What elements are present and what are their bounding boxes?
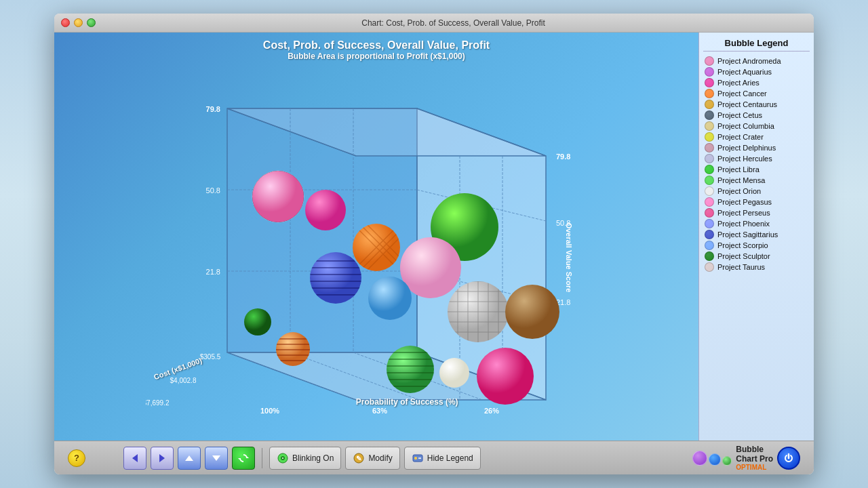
legend-panel: Bubble Legend Project AndromedaProject A… bbox=[698, 33, 814, 441]
svg-point-81 bbox=[477, 348, 534, 405]
svg-text:63%: 63% bbox=[372, 407, 387, 415]
legend-item[interactable]: Project Mensa bbox=[703, 175, 810, 186]
legend-item[interactable]: Project Orion bbox=[703, 186, 810, 197]
svg-point-65 bbox=[244, 308, 271, 336]
legend-bubble bbox=[705, 262, 714, 272]
svg-point-64 bbox=[505, 285, 559, 339]
legend-item[interactable]: Project Centaurus bbox=[703, 99, 810, 110]
svg-text:$7,699.2: $7,699.2 bbox=[146, 399, 170, 407]
svg-point-41 bbox=[310, 252, 361, 304]
svg-point-96 bbox=[414, 457, 417, 460]
back-button[interactable] bbox=[123, 447, 146, 470]
svg-point-30 bbox=[252, 171, 304, 222]
hide-legend-label: Hide Legend bbox=[427, 453, 473, 463]
modify-icon: ✎ bbox=[353, 452, 365, 464]
modify-button[interactable]: ✎ Modify bbox=[345, 447, 399, 470]
hide-legend-button[interactable]: Hide Legend bbox=[404, 447, 481, 470]
legend-bubble bbox=[705, 197, 714, 207]
blinking-label: Blinking On bbox=[292, 453, 334, 463]
legend-item[interactable]: Project Libra bbox=[703, 164, 810, 175]
legend-bubble bbox=[705, 78, 714, 87]
legend-item-label: Project Libra bbox=[717, 165, 760, 174]
brand-bubble-1 bbox=[692, 451, 707, 466]
svg-text:79.8: 79.8 bbox=[206, 105, 220, 113]
up-button[interactable] bbox=[178, 447, 201, 470]
svg-text:Overall Value Score: Overall Value Score bbox=[565, 223, 573, 293]
legend-bubble bbox=[705, 56, 714, 66]
brand-text-group: Bubble Chart Pro OPTIMAL bbox=[736, 445, 773, 471]
legend-item[interactable]: Project Andromeda bbox=[703, 56, 810, 66]
brand-name-3: OPTIMAL bbox=[736, 464, 766, 471]
legend-item[interactable]: Project Aquarius bbox=[703, 66, 810, 77]
hide-legend-icon bbox=[412, 452, 424, 464]
legend-bubble bbox=[705, 208, 714, 218]
main-window: Chart: Cost, Prob. of Success, Overall V… bbox=[54, 14, 814, 474]
legend-item-label: Project Sagittarius bbox=[717, 230, 778, 239]
svg-text:$305.5: $305.5 bbox=[200, 353, 221, 361]
legend-item[interactable]: Project Cancer bbox=[703, 88, 810, 99]
legend-item-label: Project Cetus bbox=[717, 111, 762, 119]
chart-container: 79.8 50.8 21.8 100% 63% 26% $305.5 $4,00… bbox=[146, 64, 607, 417]
legend-item-label: Project Sculptor bbox=[717, 252, 770, 260]
legend-item[interactable]: Project Aries bbox=[703, 77, 810, 88]
legend-bubble bbox=[705, 154, 714, 163]
legend-item[interactable]: Project Scorpio bbox=[703, 240, 810, 251]
legend-item-label: Project Orion bbox=[717, 187, 761, 195]
legend-bubble bbox=[705, 230, 714, 239]
legend-item[interactable]: Project Crater bbox=[703, 131, 810, 142]
legend-title: Bubble Legend bbox=[703, 38, 810, 52]
close-button[interactable] bbox=[61, 18, 70, 27]
brand-bubbles bbox=[692, 451, 732, 466]
power-icon bbox=[783, 453, 794, 464]
separator-1 bbox=[262, 448, 262, 468]
forward-button[interactable] bbox=[151, 447, 174, 470]
legend-bubble bbox=[705, 176, 714, 185]
legend-item[interactable]: Project Hercules bbox=[703, 153, 810, 164]
legend-item[interactable]: Project Taurus bbox=[703, 262, 810, 272]
chart-subtitle: Bubble Area is proportional to Profit (x… bbox=[288, 52, 465, 61]
down-button[interactable] bbox=[205, 447, 228, 470]
legend-item[interactable]: Project Cetus bbox=[703, 110, 810, 121]
svg-marker-85 bbox=[159, 454, 165, 462]
blinking-on-button[interactable]: Blinking On bbox=[269, 447, 341, 470]
legend-item-label: Project Crater bbox=[717, 133, 764, 141]
legend-item[interactable]: Project Delphinus bbox=[703, 142, 810, 153]
legend-item-label: Project Centaurus bbox=[717, 100, 777, 108]
modify-label: Modify bbox=[368, 453, 392, 463]
legend-item[interactable]: Project Phoenix bbox=[703, 218, 810, 229]
legend-bubble bbox=[705, 110, 714, 120]
chart-title: Cost, Prob. of Success, Overall Value, P… bbox=[263, 39, 490, 52]
legend-bubble bbox=[705, 67, 714, 77]
legend-item-label: Project Phoenix bbox=[717, 220, 770, 228]
legend-item-label: Project Aquarius bbox=[717, 68, 772, 76]
svg-text:50.8: 50.8 bbox=[206, 186, 220, 195]
legend-item[interactable]: Project Sculptor bbox=[703, 251, 810, 262]
brand-bubble-3 bbox=[722, 456, 732, 466]
legend-bubble bbox=[705, 132, 714, 142]
legend-items: Project AndromedaProject AquariusProject… bbox=[703, 56, 810, 272]
title-bar: Chart: Cost, Prob. of Success, Overall V… bbox=[54, 14, 814, 33]
svg-text:✎: ✎ bbox=[356, 455, 361, 462]
legend-bubble bbox=[705, 165, 714, 174]
refresh-button[interactable] bbox=[232, 447, 255, 470]
legend-item[interactable]: Project Sagittarius bbox=[703, 229, 810, 240]
legend-item-label: Project Delphinus bbox=[717, 144, 776, 152]
legend-item[interactable]: Project Perseus bbox=[703, 207, 810, 218]
legend-item[interactable]: Project Pegasus bbox=[703, 197, 810, 207]
help-button[interactable]: ? bbox=[68, 449, 85, 467]
svg-marker-84 bbox=[132, 454, 138, 462]
minimize-button[interactable] bbox=[74, 18, 83, 27]
svg-text:21.8: 21.8 bbox=[206, 268, 220, 276]
window-title: Chart: Cost, Prob. of Success, Overall V… bbox=[100, 18, 807, 28]
legend-bubble bbox=[705, 251, 714, 261]
legend-item-label: Project Andromeda bbox=[717, 57, 781, 65]
legend-item-label: Project Perseus bbox=[717, 209, 770, 217]
legend-item[interactable]: Project Columbia bbox=[703, 121, 810, 131]
power-button[interactable] bbox=[777, 447, 800, 470]
svg-point-82 bbox=[439, 358, 469, 388]
svg-marker-87 bbox=[212, 455, 220, 461]
legend-item-label: Project Pegasus bbox=[717, 198, 772, 206]
legend-item-label: Project Hercules bbox=[717, 155, 772, 163]
maximize-button[interactable] bbox=[87, 18, 96, 27]
brand-name-1: Bubble bbox=[736, 445, 764, 454]
